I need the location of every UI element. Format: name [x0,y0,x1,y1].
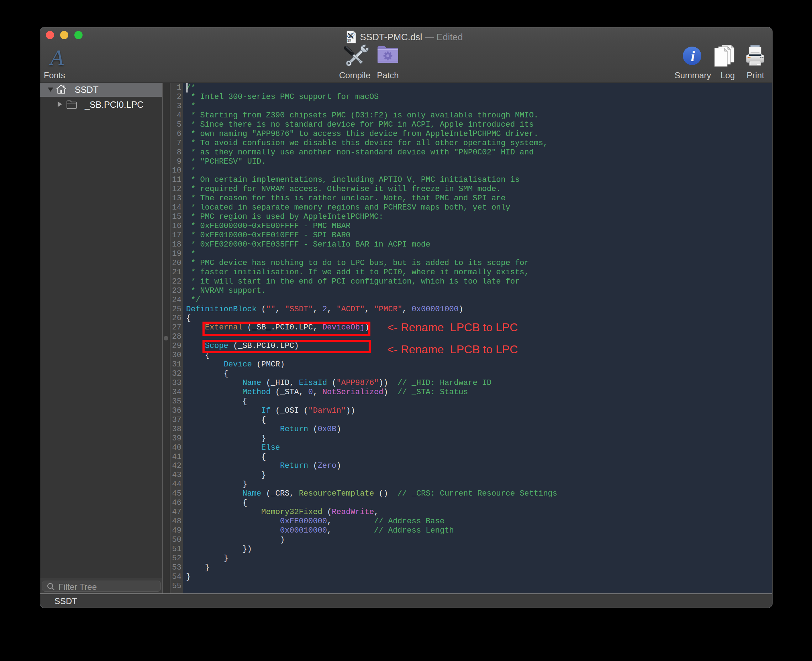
svg-text:i: i [691,48,695,64]
svg-text:DSL: DSL [347,40,352,42]
